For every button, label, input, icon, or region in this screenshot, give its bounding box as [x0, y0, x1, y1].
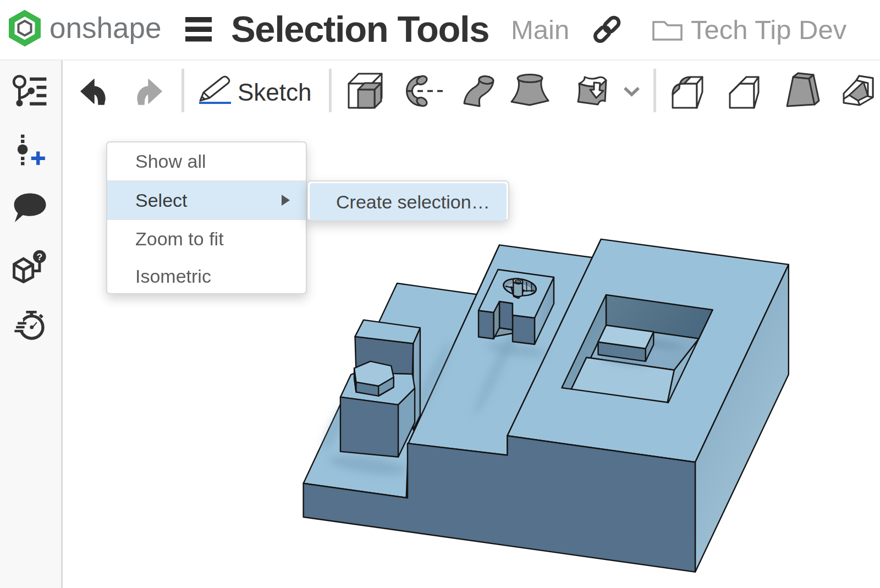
svg-text:Main: Main — [511, 15, 569, 45]
svg-text:?: ? — [37, 252, 42, 262]
svg-text:Tech Tip Dev: Tech Tip Dev — [691, 15, 847, 45]
svg-text:Selection Tools: Selection Tools — [231, 8, 489, 50]
svg-text:onshape: onshape — [50, 12, 161, 44]
svg-text:Sketch: Sketch — [238, 79, 312, 106]
